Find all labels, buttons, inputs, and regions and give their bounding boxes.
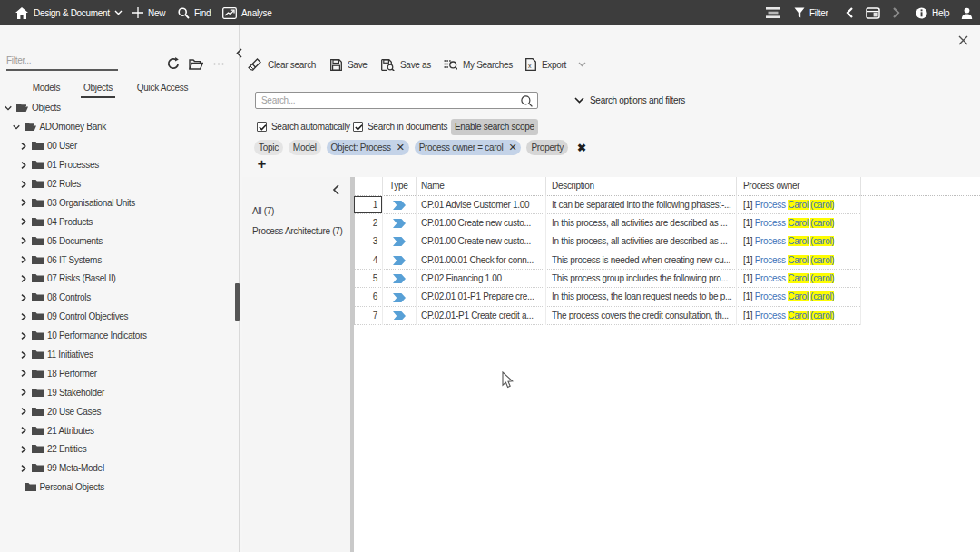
result-row[interactable]: 4 CP.01.00.01 Check for conn... This pro… [354, 251, 861, 270]
chevron-right-icon[interactable] [20, 199, 27, 206]
owner-user-highlight[interactable]: (carol) [810, 200, 834, 210]
tree-item[interactable]: 11 Initiatives [0, 345, 229, 364]
tree-item[interactable]: 21 Attributes [0, 421, 229, 440]
chevron-right-icon[interactable] [20, 143, 27, 150]
layout-button[interactable] [766, 0, 780, 25]
tree-item[interactable]: 00 User [0, 136, 229, 155]
tree-item[interactable]: 19 Stakeholder [0, 383, 229, 402]
owner-name-highlight[interactable]: Carol [788, 200, 808, 210]
search-icon[interactable] [521, 95, 533, 107]
tree-item[interactable]: 04 Products [0, 212, 229, 232]
row-owner-cell[interactable]: [1] Process Carol (carol) [736, 232, 860, 251]
chevron-right-icon[interactable] [20, 351, 27, 359]
chevron-right-icon[interactable] [20, 370, 27, 377]
filter-chip[interactable]: Property [526, 140, 567, 155]
export-button[interactable]: x Export [525, 54, 586, 74]
open-folder-button[interactable] [187, 54, 205, 73]
save-button[interactable]: Save [330, 54, 368, 74]
result-row[interactable]: 7 CP.02.01-P1 Create credit a... The pro… [354, 307, 861, 325]
owner-name-highlight[interactable]: Carol [788, 236, 808, 246]
tree-filter-input[interactable] [6, 52, 118, 71]
row-number-cell[interactable]: 6 [354, 288, 383, 306]
windows-button[interactable] [866, 0, 880, 25]
clear-search-button[interactable]: Clear search [248, 54, 316, 74]
new-button[interactable]: New [132, 0, 165, 25]
facet-collapse-button[interactable] [332, 184, 343, 195]
filter-chip[interactable]: Object: Process ✕ [327, 140, 409, 155]
tree-item[interactable]: 07 Risks (Basel II) [0, 270, 229, 289]
row-name-cell[interactable]: CP.01.00 Create new custo... [416, 214, 545, 232]
owner-process-link[interactable]: Process [755, 218, 786, 228]
close-button[interactable] [956, 34, 970, 47]
tab-quick-access[interactable]: Quick Access [134, 80, 191, 98]
result-row[interactable]: 1 CP.01 Advise Customer 1.00 It can be s… [354, 196, 861, 214]
remove-chip-icon[interactable]: ✕ [397, 142, 405, 153]
owner-user-highlight[interactable]: (carol) [810, 310, 834, 320]
chevron-down-icon[interactable] [13, 123, 20, 131]
tree-item[interactable]: 10 Performance Indicators [0, 326, 229, 345]
row-type-cell[interactable] [382, 270, 416, 288]
remove-chip-icon[interactable]: ✕ [509, 142, 517, 153]
chevron-right-icon[interactable] [20, 294, 27, 301]
column-header-type[interactable]: Type [382, 177, 416, 196]
filter-chip[interactable]: Process owner = carol ✕ [415, 140, 522, 155]
row-type-cell[interactable] [382, 251, 416, 270]
owner-name-highlight[interactable]: Carol [788, 310, 808, 320]
row-owner-cell[interactable]: [1] Process Carol (carol) [736, 307, 860, 325]
row-owner-cell[interactable]: [1] Process Carol (carol) [736, 196, 860, 214]
row-description-cell[interactable]: In this process, all activities are desc… [545, 232, 736, 251]
my-searches-button[interactable]: My Searches [444, 54, 513, 74]
column-header-owner[interactable]: Process owner [736, 177, 860, 196]
owner-process-link[interactable]: Process [755, 291, 786, 301]
row-owner-cell[interactable]: [1] Process Carol (carol) [736, 288, 860, 306]
row-name-cell[interactable]: CP.01.00.01 Check for conn... [416, 251, 545, 270]
tree-item[interactable]: ADOmoney Bank [0, 117, 229, 136]
row-type-cell[interactable] [382, 232, 416, 251]
owner-process-link[interactable]: Process [755, 236, 786, 246]
chevron-right-icon[interactable] [20, 181, 27, 188]
tree-item[interactable]: 99 Meta-Model [0, 458, 229, 478]
back-button[interactable] [846, 0, 853, 25]
row-type-cell[interactable] [382, 288, 416, 306]
chevron-right-icon[interactable] [20, 427, 27, 434]
user-button[interactable] [961, 0, 973, 25]
result-row[interactable]: 2 CP.01.00 Create new custo... In this p… [354, 214, 861, 232]
chevron-right-icon[interactable] [20, 256, 27, 263]
clear-all-filters-button[interactable]: ✖ [577, 142, 586, 154]
tree-item[interactable]: 06 IT Systems [0, 251, 229, 270]
row-name-cell[interactable]: CP.01 Advise Customer 1.00 [416, 196, 545, 214]
row-description-cell[interactable]: This process group includes the followin… [545, 270, 736, 288]
column-header-name[interactable]: Name [416, 177, 545, 196]
sidebar-splitter-handle[interactable] [235, 283, 240, 321]
tree-item[interactable]: 02 Roles [0, 174, 229, 193]
find-button[interactable]: Find [178, 0, 211, 25]
chevron-right-icon[interactable] [20, 389, 27, 396]
result-row[interactable]: 6 CP.02.01 01-P1 Prepare cre... In this … [354, 288, 861, 306]
facet-all[interactable]: All (7) [242, 202, 350, 221]
tree-item[interactable]: 03 Organisational Units [0, 193, 229, 212]
row-type-cell[interactable] [382, 196, 416, 214]
facet-process-architecture[interactable]: Process Architecture (7) [242, 222, 350, 241]
filter-button[interactable]: Filter [794, 0, 828, 25]
owner-process-link[interactable]: Process [755, 273, 786, 283]
row-number-cell[interactable]: 7 [354, 307, 383, 325]
chevron-right-icon[interactable] [20, 446, 27, 453]
tree-item[interactable]: 20 Use Cases [0, 402, 229, 421]
save-as-button[interactable]: Save as [381, 54, 431, 74]
tab-models[interactable]: Models [27, 80, 65, 98]
tab-objects[interactable]: Objects [81, 80, 115, 98]
tree-item[interactable]: 05 Documents [0, 232, 229, 251]
owner-name-highlight[interactable]: Carol [788, 273, 808, 283]
menu-design-document[interactable]: Design & Document [34, 0, 122, 25]
caret-down-icon[interactable] [578, 62, 586, 67]
tree-item[interactable]: Objects [0, 99, 229, 118]
row-name-cell[interactable]: CP.02 Financing 1.00 [416, 270, 545, 288]
tree-item[interactable]: Personal Objects [0, 478, 229, 497]
row-number-cell[interactable]: 5 [354, 270, 383, 288]
enable-search-scope-button[interactable]: Enable search scope [451, 119, 538, 135]
row-name-cell[interactable]: CP.02.01-P1 Create credit a... [416, 307, 545, 325]
tree-item[interactable]: 08 Controls [0, 288, 229, 307]
help-button[interactable]: Help [916, 0, 949, 25]
row-description-cell[interactable]: This process is needed when creating new… [545, 251, 736, 270]
owner-process-link[interactable]: Process [755, 200, 786, 210]
